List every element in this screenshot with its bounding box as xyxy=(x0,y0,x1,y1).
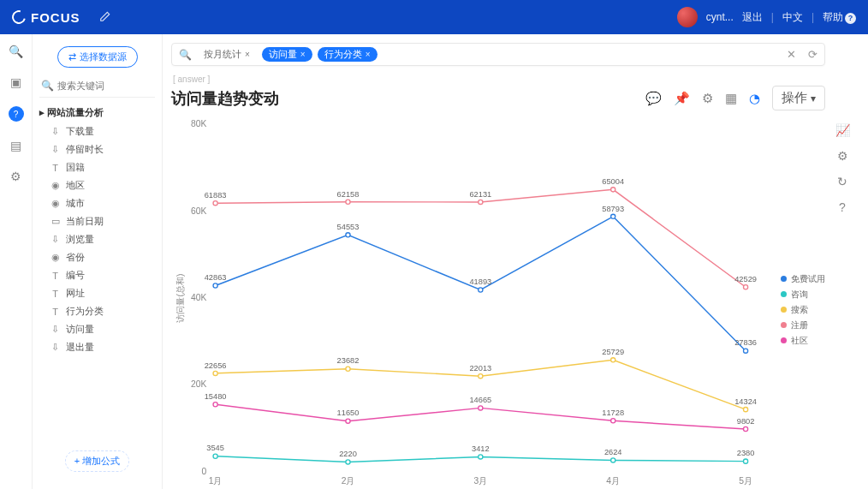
svg-text:15480: 15480 xyxy=(205,392,227,401)
nav-rail: 🔍 ▣ ? ▤ ⚙ xyxy=(0,34,33,489)
svg-point-56 xyxy=(479,406,483,410)
settings-icon[interactable]: ⚙ xyxy=(702,91,713,106)
svg-point-14 xyxy=(346,233,350,237)
svg-text:访问量(总和): 访问量(总和) xyxy=(175,274,185,323)
svg-point-52 xyxy=(213,403,217,407)
svg-text:3545: 3545 xyxy=(206,444,224,452)
svg-text:58793: 58793 xyxy=(602,205,624,213)
svg-text:27836: 27836 xyxy=(734,338,757,347)
remove-icon[interactable]: × xyxy=(366,50,371,59)
chart-icon[interactable]: ◔ xyxy=(749,91,760,106)
chart-help-icon[interactable]: ? xyxy=(839,200,846,214)
svg-point-46 xyxy=(479,200,483,204)
svg-text:14324: 14324 xyxy=(734,397,757,406)
field-item[interactable]: ⇩退出量 xyxy=(39,338,155,356)
search-icon: 🔍 xyxy=(179,49,192,61)
subtitle: [ answer ] xyxy=(173,75,825,84)
chart-settings-icon[interactable]: ⚙ xyxy=(837,149,848,163)
svg-text:25729: 25729 xyxy=(602,348,624,356)
legend-item[interactable]: 注册 xyxy=(781,319,825,331)
query-pill[interactable]: 访问量 × xyxy=(262,47,312,62)
svg-point-38 xyxy=(611,358,615,362)
field-item[interactable]: T国籍 xyxy=(39,158,155,176)
svg-point-20 xyxy=(744,349,748,353)
legend-item[interactable]: 社区 xyxy=(781,335,825,347)
search-icon: 🔍 xyxy=(41,80,54,92)
svg-text:0: 0 xyxy=(202,467,207,476)
field-search: 🔍 xyxy=(39,80,155,98)
logout-link[interactable]: 退出 xyxy=(742,10,763,25)
remove-icon[interactable]: × xyxy=(245,50,250,59)
legend-item[interactable]: 免费试用 xyxy=(781,273,825,285)
toolbar: 💬 📌 ⚙ ▦ ◔ 操作 ▾ xyxy=(645,86,825,110)
svg-text:3412: 3412 xyxy=(472,444,490,453)
field-type-icon: ◉ xyxy=(50,252,61,263)
field-item[interactable]: ⇩停留时长 xyxy=(39,140,155,158)
query-pill[interactable]: 行为分类 × xyxy=(318,47,378,62)
rail-active-icon[interactable]: ? xyxy=(9,106,24,122)
refresh-icon[interactable]: ⟳ xyxy=(808,48,817,61)
field-label: 编号 xyxy=(66,269,85,282)
remove-icon[interactable]: × xyxy=(300,50,306,59)
svg-text:65004: 65004 xyxy=(602,177,624,186)
field-type-icon: T xyxy=(50,307,61,317)
edit-icon[interactable] xyxy=(99,10,111,25)
avatar[interactable] xyxy=(677,7,698,27)
field-item[interactable]: T网址 xyxy=(39,284,155,302)
legend-item[interactable]: 咨询 xyxy=(781,289,825,301)
query-text-token[interactable]: 按月统计 × xyxy=(197,47,257,62)
svg-text:4月: 4月 xyxy=(606,476,620,486)
field-item[interactable]: ⇩浏览量 xyxy=(39,230,155,248)
rail-settings-icon[interactable]: ⚙ xyxy=(10,170,21,183)
rail-board-icon[interactable]: ▣ xyxy=(10,75,21,89)
field-item[interactable]: ⇩访问量 xyxy=(39,320,155,338)
add-formula-button[interactable]: + 增加公式 xyxy=(65,450,129,472)
field-item[interactable]: ◉省份 xyxy=(39,248,155,266)
operations-button[interactable]: 操作 ▾ xyxy=(772,86,825,110)
lang-link[interactable]: 中文 xyxy=(782,10,803,25)
field-item[interactable]: ▭当前日期 xyxy=(39,212,155,230)
field-type-icon: ⇩ xyxy=(50,324,61,335)
field-item[interactable]: ◉城市 xyxy=(39,194,155,212)
field-search-input[interactable] xyxy=(57,81,153,91)
svg-point-42 xyxy=(213,201,217,206)
svg-text:1月: 1月 xyxy=(209,476,223,486)
table-icon[interactable]: ▦ xyxy=(725,91,737,106)
field-item[interactable]: T编号 xyxy=(39,266,155,284)
field-item[interactable]: ◉地区 xyxy=(39,176,155,194)
legend: 免费试用咨询搜索注册社区 xyxy=(781,273,825,350)
user-name[interactable]: cynt... xyxy=(706,11,734,23)
field-type-icon: ▭ xyxy=(50,216,61,227)
svg-text:11728: 11728 xyxy=(602,408,624,417)
svg-text:40K: 40K xyxy=(191,293,206,302)
rail-search-icon[interactable]: 🔍 xyxy=(9,45,23,58)
topbar: FOCUS cynt... 退出 | 中文 | 帮助? xyxy=(0,0,868,34)
chart-refresh-icon[interactable]: ↻ xyxy=(837,175,847,188)
chart: 020K40K60K80K访问量(总和)1月2月3月4月5月当前日期(按月统计)… xyxy=(171,116,825,489)
rail-data-icon[interactable]: ▤ xyxy=(10,139,21,152)
pin-icon[interactable]: 📌 xyxy=(674,91,690,106)
category-toggle[interactable]: ▸ 网站流量分析 xyxy=(39,106,155,119)
svg-point-32 xyxy=(213,371,217,375)
svg-text:23682: 23682 xyxy=(337,356,360,365)
svg-text:62131: 62131 xyxy=(469,190,491,199)
comment-icon[interactable]: 💬 xyxy=(645,91,662,106)
field-type-icon: ⇩ xyxy=(50,144,61,155)
field-label: 访问量 xyxy=(66,323,94,336)
field-item[interactable]: ⇩下载量 xyxy=(39,122,155,140)
chart-type-icon[interactable]: 📈 xyxy=(835,123,850,137)
select-datasource-button[interactable]: ⇄ 选择数据源 xyxy=(57,46,138,68)
svg-text:2220: 2220 xyxy=(339,450,357,458)
legend-item[interactable]: 搜索 xyxy=(781,304,825,316)
query-bar[interactable]: 🔍 按月统计 ×访问量 ×行为分类 × ✕ ⟳ xyxy=(171,43,825,66)
field-item[interactable]: T行为分类 xyxy=(39,302,155,320)
help-link[interactable]: 帮助? xyxy=(823,10,856,25)
svg-point-50 xyxy=(744,285,748,289)
svg-point-28 xyxy=(611,458,615,462)
legend-label: 搜索 xyxy=(791,304,808,316)
svg-text:22656: 22656 xyxy=(205,361,227,370)
clear-icon[interactable]: ✕ xyxy=(787,48,796,61)
svg-text:3月: 3月 xyxy=(473,476,487,486)
svg-text:5月: 5月 xyxy=(739,476,752,486)
svg-point-26 xyxy=(479,455,483,459)
